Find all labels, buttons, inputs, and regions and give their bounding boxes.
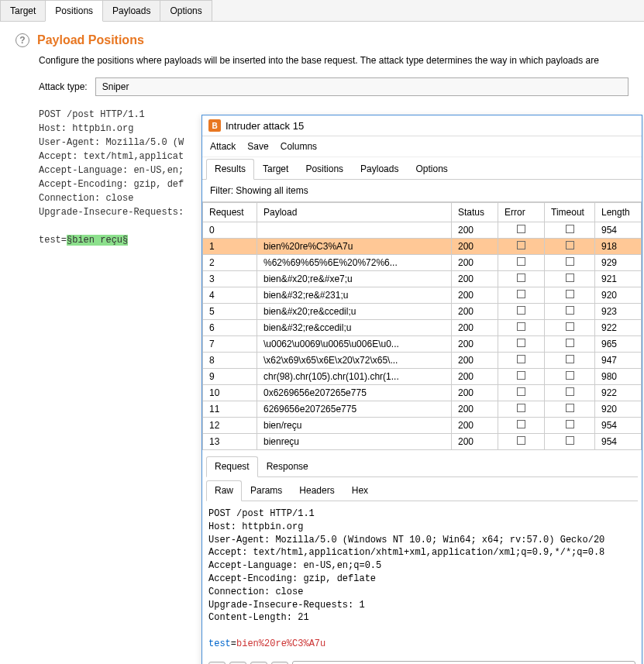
help-icon[interactable]: ?	[15, 33, 29, 47]
checkbox	[517, 306, 525, 315]
checkbox	[517, 322, 525, 331]
main-tabs: TargetPositionsPayloadsOptions	[0, 0, 644, 22]
checkbox	[566, 404, 574, 412]
checkbox	[517, 290, 525, 298]
checkbox	[517, 257, 525, 266]
tab-positions[interactable]: Positions	[45, 0, 103, 22]
raw-tab-params[interactable]: Params	[242, 480, 291, 501]
checkbox	[517, 436, 525, 445]
checkbox	[517, 371, 525, 380]
table-row[interactable]: 13bienreçu200954	[203, 434, 642, 450]
subtab-positions[interactable]: Positions	[297, 159, 352, 179]
menu-save[interactable]: Save	[247, 141, 268, 152]
menu-columns[interactable]: Columns	[281, 141, 317, 152]
app-icon: B	[208, 119, 221, 132]
col-error[interactable]: Error	[498, 203, 545, 222]
search-input[interactable]	[292, 661, 635, 664]
col-timeout[interactable]: Timeout	[545, 203, 595, 222]
checkbox	[566, 436, 574, 445]
table-row[interactable]: 4bien&#32;re&#231;u200920	[203, 287, 642, 304]
table-row[interactable]: 0200954	[203, 222, 642, 239]
dialog-title: Intruder attack 15	[226, 120, 304, 132]
table-row[interactable]: 12bien/reçu200954	[203, 418, 642, 434]
section-title: Payload Positions	[37, 33, 144, 47]
checkbox	[566, 420, 574, 428]
table-row[interactable]: 9chr(98).chr(105).chr(101).chr(1...20098…	[203, 369, 642, 385]
tab-payloads[interactable]: Payloads	[102, 0, 160, 21]
section-description: Configure the positions where payloads w…	[39, 55, 629, 66]
checkbox	[566, 257, 574, 266]
table-row[interactable]: 3bien&#x20;re&#xe7;u200921	[203, 271, 642, 287]
checkbox	[517, 241, 525, 249]
col-status[interactable]: Status	[452, 203, 498, 222]
checkbox	[566, 322, 574, 331]
tab-options[interactable]: Options	[160, 0, 212, 21]
col-request[interactable]: Request	[203, 203, 257, 222]
checkbox	[566, 371, 574, 380]
attack-type-label: Attack type:	[39, 81, 88, 92]
table-row[interactable]: 1bien%20re%C3%A7u200918	[203, 239, 642, 255]
subtab-results[interactable]: Results	[206, 159, 254, 180]
menu-attack[interactable]: Attack	[210, 141, 236, 152]
checkbox	[566, 241, 574, 249]
table-row[interactable]: 6bien&#32;re&ccedil;u200922	[203, 320, 642, 336]
subtab-target[interactable]: Target	[254, 159, 297, 179]
dialog-titlebar[interactable]: B Intruder attack 15	[202, 115, 642, 136]
checkbox	[517, 274, 525, 282]
checkbox	[566, 355, 574, 363]
checkbox	[517, 339, 525, 347]
dialog-menu: AttackSaveColumns	[202, 136, 642, 157]
subtab-payloads[interactable]: Payloads	[352, 159, 407, 179]
checkbox	[517, 404, 525, 412]
dialog-tabs: ResultsTargetPositionsPayloadsOptions	[202, 159, 642, 180]
checkbox	[566, 274, 574, 282]
table-row[interactable]: 7\u0062\u0069\u0065\u006E\u0...200965	[203, 336, 642, 353]
detail-tab-response[interactable]: Response	[258, 456, 317, 476]
checkbox	[517, 420, 525, 428]
checkbox	[566, 387, 574, 396]
payload-marker: §bien reçu§	[67, 235, 128, 246]
table-row[interactable]: 116269656e207265e775200920	[203, 401, 642, 418]
table-row[interactable]: 100x6269656e207265e775200922	[203, 385, 642, 401]
checkbox	[566, 290, 574, 298]
col-payload[interactable]: Payload	[257, 203, 452, 222]
checkbox	[566, 225, 574, 233]
tab-target[interactable]: Target	[0, 0, 46, 21]
table-row[interactable]: 8\x62\x69\x65\x6E\x20\x72\x65\...200947	[203, 353, 642, 369]
raw-request-view[interactable]: POST /post HTTP/1.1 Host: httpbin.org Us…	[202, 501, 642, 657]
table-row[interactable]: 5bien&#x20;re&ccedil;u200923	[203, 304, 642, 320]
col-length[interactable]: Length	[595, 203, 642, 222]
raw-tabs: RawParamsHeadersHex	[206, 480, 638, 501]
results-table: RequestPayloadStatusErrorTimeoutLength 0…	[202, 202, 642, 450]
checkbox	[517, 355, 525, 363]
detail-tab-request[interactable]: Request	[206, 456, 258, 477]
intruder-attack-dialog: B Intruder attack 15 AttackSaveColumns R…	[201, 115, 642, 664]
raw-tab-raw[interactable]: Raw	[206, 480, 242, 501]
checkbox	[566, 339, 574, 347]
checkbox	[517, 387, 525, 396]
table-row[interactable]: 2%62%69%65%6E%20%72%6...200929	[203, 255, 642, 271]
checkbox	[566, 306, 574, 315]
checkbox	[517, 225, 525, 233]
detail-tabs: RequestResponse	[206, 456, 638, 477]
filter-bar[interactable]: Filter: Showing all items	[202, 180, 642, 202]
raw-tab-headers[interactable]: Headers	[291, 480, 343, 501]
raw-tab-hex[interactable]: Hex	[343, 480, 377, 501]
subtab-options[interactable]: Options	[407, 159, 456, 179]
attack-type-select[interactable]: Sniper	[95, 77, 629, 96]
